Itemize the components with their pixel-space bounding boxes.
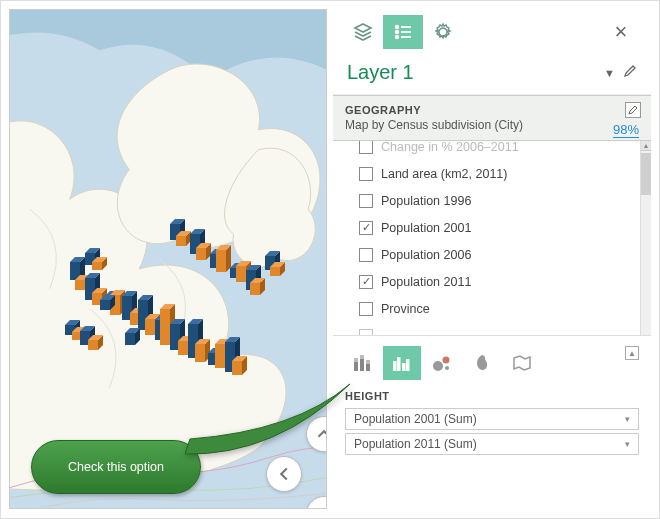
svg-point-1 [396,26,399,29]
fields-tab[interactable] [383,15,423,49]
height-field-label: Population 2011 (Sum) [354,437,477,451]
edit-geography-button[interactable] [625,102,641,118]
fields-scrollbar[interactable]: ▲ [640,141,651,335]
svg-rect-15 [402,363,406,371]
svg-point-19 [445,366,449,370]
chevron-down-icon [317,507,327,509]
field-item: Land area (km2, 2011) [359,160,651,187]
field-item: Population 2001 [359,214,651,241]
map-bar [176,236,191,246]
app-frame: (function(){ var bars = [ [60,270,18,'bl… [0,0,660,519]
field-label: Land area (km2, 2011) [381,167,507,181]
callout-bubble: Check this option [31,440,201,494]
callout-text: Check this option [68,460,164,474]
svg-point-18 [443,357,450,364]
map-bar [92,262,107,270]
map-bar [232,361,247,375]
gear-icon [433,22,453,42]
layers-tab[interactable] [343,15,383,49]
viz-clustered-column-button[interactable] [383,346,421,380]
viz-region-button[interactable] [503,346,541,380]
height-heading: HEIGHT [345,390,639,402]
field-checkbox[interactable] [359,275,373,289]
field-label: Population 2001 [381,221,471,235]
field-label: Province [381,302,430,316]
field-checkbox[interactable] [359,248,373,262]
map-bar [125,333,140,345]
field-item: Population 2006 [359,241,651,268]
field-checkbox[interactable] [359,141,373,154]
viz-bubble-button[interactable] [423,346,461,380]
field-checkbox[interactable] [359,221,373,235]
geography-heading: GEOGRAPHY [345,104,639,116]
field-item: Province [359,295,651,322]
svg-point-3 [396,31,399,34]
pencil-icon [623,64,637,78]
viz-stacked-column-button[interactable] [343,346,381,380]
height-field-dropdown[interactable]: Population 2001 (Sum) [345,408,639,430]
map-bar [270,267,285,276]
annotation-callout: Check this option [31,440,201,494]
viz-heatmap-button[interactable] [463,346,501,380]
field-checkbox[interactable] [359,302,373,316]
field-checkbox[interactable] [359,167,373,181]
svg-rect-16 [406,359,410,371]
bubble-icon [431,352,453,374]
height-section: HEIGHT Population 2001 (Sum) Population … [333,386,651,466]
layer-name: Layer 1 [347,61,414,84]
clustered-column-icon [391,352,413,374]
map-bar [88,340,103,350]
settings-tab[interactable] [423,15,463,49]
svg-rect-8 [354,358,358,362]
scroll-thumb[interactable] [641,153,651,195]
scroll-up-icon: ▲ [641,141,651,151]
close-panel-button[interactable]: × [601,15,641,49]
svg-rect-10 [360,355,364,359]
callout-tail [185,376,365,470]
stacked-column-icon [351,352,373,374]
pencil-icon [628,105,638,115]
geography-section: GEOGRAPHY Map by Census subdivision (Cit… [333,95,651,141]
field-label: Population 2006 [381,248,471,262]
layer-title-row: Layer 1 ▼ [333,55,651,95]
field-item: Change in % 2006–2011 [359,141,651,160]
field-item: Population 2011 [359,268,651,295]
layers-icon [353,23,373,41]
svg-point-5 [396,36,399,39]
field-item: Population 1996 [359,187,651,214]
heatmap-icon [471,352,493,374]
map-bar [216,250,231,272]
svg-rect-7 [354,362,358,371]
height-field-dropdown[interactable]: Population 2011 (Sum) [345,433,639,455]
field-checkbox[interactable] [359,329,373,337]
svg-rect-9 [360,359,364,371]
map-bar [196,248,211,260]
field-checkbox[interactable] [359,194,373,208]
visualization-type-row: ▲ [333,336,651,386]
rename-layer-button[interactable] [623,64,637,81]
height-field-label: Population 2001 (Sum) [354,412,477,426]
svg-rect-14 [397,357,401,371]
layer-panel: × Layer 1 ▼ GEOGRAPHY Map by Census subd… [333,9,651,509]
geography-mapping-label: Map by Census subdivision (City) [345,118,545,132]
geography-confidence-link[interactable]: 98% [613,122,639,138]
svg-rect-11 [366,364,370,371]
field-label: Change in % 2006–2011 [381,141,519,154]
field-item [359,322,651,336]
layer-dropdown-button[interactable]: ▼ [604,67,615,79]
field-list: Change in % 2006–2011 Land area (km2, 20… [333,141,651,336]
collapse-viz-row-button[interactable]: ▲ [625,346,639,360]
map-bar [100,300,115,310]
close-icon: × [615,19,628,45]
svg-point-17 [433,361,443,371]
field-list-icon [393,23,413,41]
region-icon [511,352,533,374]
map-bar [250,283,265,295]
panel-toolbar: × [333,9,651,55]
field-label: Population 2011 [381,275,471,289]
svg-rect-13 [393,361,397,371]
field-label: Population 1996 [381,194,471,208]
svg-rect-12 [366,360,370,364]
